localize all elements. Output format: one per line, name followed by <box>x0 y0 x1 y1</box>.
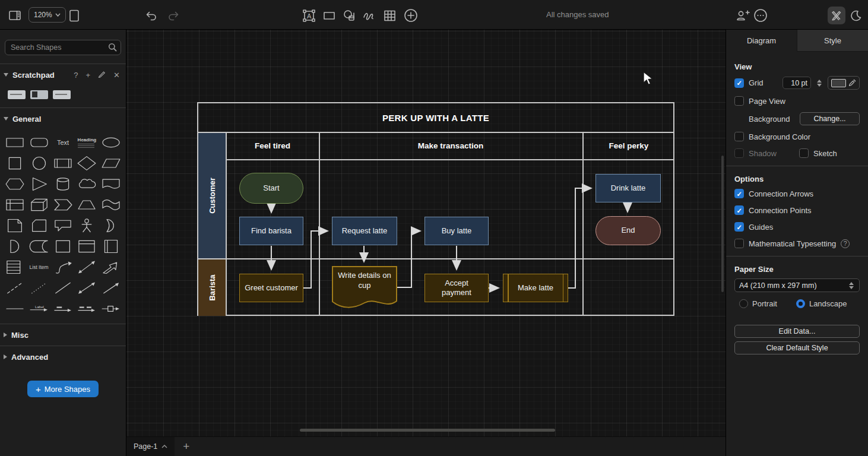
general-section-header[interactable]: General <box>0 108 126 129</box>
shape-process[interactable] <box>51 154 75 172</box>
shape-tape[interactable] <box>99 195 123 214</box>
shape-or[interactable] <box>99 216 123 235</box>
shape-heading[interactable]: Heading <box>75 133 99 151</box>
insert-shape-icon[interactable] <box>341 8 357 23</box>
node-write-details[interactable]: Write details on cup <box>332 266 397 311</box>
clear-default-style-button[interactable]: Clear Default Style <box>734 341 860 354</box>
scratchpad-close-icon[interactable]: ✕ <box>113 71 120 80</box>
scratchpad-help-icon[interactable]: ? <box>74 71 78 80</box>
scratchpad-add-icon[interactable]: + <box>86 71 91 80</box>
shape-arrow-with-box[interactable] <box>99 299 123 318</box>
shape-parallelogram[interactable] <box>99 154 123 172</box>
misc-section-header[interactable]: Misc <box>0 324 126 346</box>
shadow-checkbox[interactable] <box>734 148 744 158</box>
shape-circle[interactable] <box>27 154 50 172</box>
shape-note[interactable] <box>3 216 27 235</box>
shape-and[interactable] <box>3 237 27 255</box>
shape-list-item[interactable]: List Item <box>27 258 50 276</box>
connection-points-checkbox[interactable] <box>734 205 744 215</box>
portrait-radio[interactable] <box>739 299 748 308</box>
grid-checkbox[interactable] <box>734 78 744 88</box>
node-start[interactable]: Start <box>239 173 303 204</box>
vertical-scrollbar[interactable] <box>721 156 724 292</box>
shape-diamond[interactable] <box>75 154 99 172</box>
tab-style[interactable]: Style <box>797 30 868 52</box>
add-page-button[interactable]: + <box>175 437 198 456</box>
shape-cylinder[interactable] <box>51 175 75 193</box>
diagram-title[interactable]: PERK UP WITH A LATTE <box>198 103 673 132</box>
shape-document[interactable] <box>99 175 123 193</box>
column-feel-perky[interactable]: Feel perky <box>583 132 674 159</box>
shape-trapezoid[interactable] <box>75 195 99 214</box>
node-buy-latte[interactable]: Buy latte <box>425 217 489 245</box>
node-end[interactable]: End <box>595 216 661 245</box>
scratchpad-item[interactable] <box>30 90 48 99</box>
shape-text[interactable]: Text <box>51 133 75 151</box>
shape-dotted-line[interactable] <box>27 278 50 297</box>
shape-triangle[interactable] <box>27 175 50 193</box>
shape-labeled-arrow[interactable]: Label <box>27 299 50 318</box>
shape-vertical-container[interactable] <box>99 237 123 255</box>
shape-container-title[interactable] <box>75 237 99 255</box>
node-make-latte[interactable]: Make latte <box>503 274 568 302</box>
shape-card[interactable] <box>27 216 50 235</box>
lane-barista[interactable]: Barista <box>198 259 226 316</box>
insert-text-icon[interactable]: A <box>301 8 316 23</box>
shape-ellipse[interactable] <box>99 133 123 151</box>
page-view-checkbox[interactable] <box>734 96 744 106</box>
shape-bidirectional-arrow[interactable] <box>75 258 99 276</box>
edit-data-button[interactable]: Edit Data... <box>734 325 860 338</box>
guides-checkbox[interactable] <box>734 222 744 232</box>
connection-arrows-checkbox[interactable] <box>734 189 744 198</box>
shape-list[interactable] <box>3 258 27 276</box>
share-person-add-icon[interactable] <box>735 8 750 23</box>
redo-icon[interactable] <box>166 8 181 23</box>
shape-line[interactable] <box>51 278 75 297</box>
page-outline-icon[interactable] <box>66 8 82 23</box>
scratchpad-section-header[interactable]: Scratchpad ? + ✕ <box>0 64 126 86</box>
grid-size-stepper[interactable] <box>817 80 822 87</box>
shape-bidirectional-connector[interactable] <box>75 278 99 297</box>
horizontal-scrollbar[interactable] <box>300 429 555 432</box>
column-feel-tired[interactable]: Feel tired <box>227 132 318 159</box>
shape-rounded-rectangle[interactable] <box>27 133 50 151</box>
insert-table-icon[interactable] <box>382 8 397 23</box>
grid-color-button[interactable] <box>828 76 860 90</box>
math-typesetting-checkbox[interactable] <box>734 239 744 248</box>
insert-rectangle-icon[interactable] <box>321 8 337 23</box>
shape-cloud[interactable] <box>75 175 99 193</box>
shape-hexagon[interactable] <box>3 175 27 193</box>
freehand-icon[interactable] <box>362 8 377 23</box>
dark-mode-moon-icon[interactable] <box>848 8 863 23</box>
search-input[interactable] <box>5 40 121 55</box>
shape-container[interactable] <box>51 237 75 255</box>
shape-directional-connector[interactable] <box>99 278 123 297</box>
sketch-mode-icon[interactable] <box>828 7 845 24</box>
shape-callout[interactable] <box>51 216 75 235</box>
shape-actor[interactable] <box>75 216 99 235</box>
shape-step[interactable] <box>51 195 75 214</box>
zoom-dropdown[interactable]: 120% <box>28 7 66 23</box>
shape-dashed-line[interactable] <box>3 278 27 297</box>
diagram-canvas[interactable]: PERK UP WITH A LATTE Customer Barista Fe… <box>126 30 726 436</box>
shape-edge-label[interactable] <box>51 299 75 318</box>
shape-rectangle[interactable] <box>3 133 27 151</box>
help-icon[interactable]: ? <box>841 239 850 248</box>
scratchpad-item[interactable] <box>53 90 71 99</box>
more-shapes-button[interactable]: + More Shapes <box>27 381 99 397</box>
save-status[interactable]: All changes saved <box>546 10 609 19</box>
shape-data-storage[interactable] <box>27 237 50 255</box>
background-color-checkbox[interactable] <box>734 132 744 141</box>
shape-cube[interactable] <box>27 195 50 214</box>
shape-horizontal-line[interactable] <box>3 299 27 318</box>
shape-arrow[interactable] <box>99 258 123 276</box>
node-accept-payment[interactable]: Accept payment <box>425 274 489 302</box>
more-options-icon[interactable] <box>753 8 768 23</box>
tab-diagram[interactable]: Diagram <box>726 30 797 52</box>
paper-size-select[interactable]: A4 (210 mm x 297 mm) <box>734 278 860 292</box>
shape-curve[interactable] <box>51 258 75 276</box>
undo-icon[interactable] <box>143 8 159 23</box>
insert-plus-icon[interactable] <box>403 8 419 23</box>
landscape-radio[interactable] <box>796 299 805 308</box>
shape-internal-storage[interactable] <box>3 195 27 214</box>
